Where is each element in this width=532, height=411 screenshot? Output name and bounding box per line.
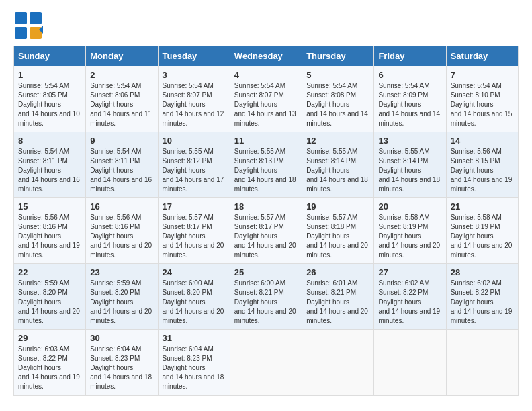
day-info: Sunrise: 5:55 AM Sunset: 8:13 PM Dayligh… (234, 147, 298, 194)
day-info: Sunrise: 5:57 AM Sunset: 8:18 PM Dayligh… (306, 213, 369, 260)
calendar-cell: 6 Sunrise: 5:54 AM Sunset: 8:09 PM Dayli… (374, 66, 446, 132)
calendar-cell: 12 Sunrise: 5:55 AM Sunset: 8:14 PM Dayl… (302, 132, 374, 198)
calendar-cell (374, 330, 446, 396)
calendar-cell: 22 Sunrise: 5:59 AM Sunset: 8:20 PM Dayl… (14, 264, 86, 330)
day-info: Sunrise: 5:54 AM Sunset: 8:11 PM Dayligh… (90, 147, 153, 194)
svg-rect-0 (15, 12, 27, 24)
calendar-week-row: 22 Sunrise: 5:59 AM Sunset: 8:20 PM Dayl… (14, 264, 519, 330)
calendar-cell: 16 Sunrise: 5:56 AM Sunset: 8:16 PM Dayl… (86, 198, 158, 264)
calendar-cell: 28 Sunrise: 6:02 AM Sunset: 8:22 PM Dayl… (446, 264, 518, 330)
day-number: 25 (234, 267, 298, 277)
day-info: Sunrise: 6:00 AM Sunset: 8:21 PM Dayligh… (234, 279, 298, 326)
calendar-cell: 10 Sunrise: 5:55 AM Sunset: 8:12 PM Dayl… (158, 132, 230, 198)
day-number: 26 (306, 267, 369, 277)
calendar-cell: 13 Sunrise: 5:55 AM Sunset: 8:14 PM Dayl… (374, 132, 446, 198)
day-info: Sunrise: 5:56 AM Sunset: 8:16 PM Dayligh… (18, 213, 81, 260)
calendar-cell: 8 Sunrise: 5:54 AM Sunset: 8:11 PM Dayli… (14, 132, 86, 198)
day-info: Sunrise: 5:57 AM Sunset: 8:17 PM Dayligh… (163, 213, 226, 260)
day-info: Sunrise: 5:54 AM Sunset: 8:08 PM Dayligh… (306, 81, 369, 128)
day-number: 19 (306, 201, 369, 212)
calendar-cell: 7 Sunrise: 5:54 AM Sunset: 8:10 PM Dayli… (446, 66, 518, 132)
day-number: 1 (18, 70, 81, 80)
day-number: 31 (163, 333, 226, 343)
day-info: Sunrise: 6:00 AM Sunset: 8:20 PM Dayligh… (163, 279, 226, 326)
calendar-table: SundayMondayTuesdayWednesdayThursdayFrid… (13, 46, 519, 396)
calendar-cell (302, 330, 374, 396)
calendar-cell: 26 Sunrise: 6:01 AM Sunset: 8:21 PM Dayl… (302, 264, 374, 330)
calendar-cell: 19 Sunrise: 5:57 AM Sunset: 8:18 PM Dayl… (302, 198, 374, 264)
day-info: Sunrise: 5:54 AM Sunset: 8:07 PM Dayligh… (163, 81, 226, 128)
calendar-cell: 4 Sunrise: 5:54 AM Sunset: 8:07 PM Dayli… (230, 66, 302, 132)
day-number: 21 (451, 201, 514, 212)
calendar-header-row: SundayMondayTuesdayWednesdayThursdayFrid… (14, 46, 519, 66)
calendar-cell: 25 Sunrise: 6:00 AM Sunset: 8:21 PM Dayl… (230, 264, 302, 330)
calendar-cell: 30 Sunrise: 6:04 AM Sunset: 8:23 PM Dayl… (86, 330, 158, 396)
day-number: 11 (234, 136, 298, 146)
day-number: 12 (306, 136, 369, 146)
day-info: Sunrise: 5:56 AM Sunset: 8:16 PM Dayligh… (90, 213, 153, 260)
day-number: 8 (18, 136, 81, 146)
day-info: Sunrise: 6:02 AM Sunset: 8:22 PM Dayligh… (378, 279, 441, 326)
calendar-cell: 23 Sunrise: 5:59 AM Sunset: 8:20 PM Dayl… (86, 264, 158, 330)
day-info: Sunrise: 5:55 AM Sunset: 8:14 PM Dayligh… (378, 147, 441, 194)
svg-rect-2 (15, 27, 27, 39)
calendar-cell: 1 Sunrise: 5:54 AM Sunset: 8:05 PM Dayli… (14, 66, 86, 132)
day-number: 7 (451, 70, 514, 80)
day-info: Sunrise: 5:54 AM Sunset: 8:10 PM Dayligh… (451, 81, 514, 128)
calendar-week-row: 1 Sunrise: 5:54 AM Sunset: 8:05 PM Dayli… (14, 66, 519, 132)
day-info: Sunrise: 6:02 AM Sunset: 8:22 PM Dayligh… (451, 279, 514, 326)
calendar-cell: 24 Sunrise: 6:00 AM Sunset: 8:20 PM Dayl… (158, 264, 230, 330)
header-tuesday: Tuesday (158, 46, 230, 66)
day-info: Sunrise: 5:54 AM Sunset: 8:09 PM Dayligh… (378, 81, 441, 128)
calendar-cell: 11 Sunrise: 5:55 AM Sunset: 8:13 PM Dayl… (230, 132, 302, 198)
day-info: Sunrise: 5:54 AM Sunset: 8:07 PM Dayligh… (234, 81, 298, 128)
day-number: 6 (378, 70, 441, 80)
day-number: 22 (18, 267, 81, 277)
calendar-week-row: 29 Sunrise: 6:03 AM Sunset: 8:22 PM Dayl… (14, 330, 519, 396)
day-number: 23 (90, 267, 153, 277)
day-number: 14 (451, 136, 514, 146)
header-thursday: Thursday (302, 46, 374, 66)
day-number: 29 (18, 333, 81, 343)
calendar-cell: 15 Sunrise: 5:56 AM Sunset: 8:16 PM Dayl… (14, 198, 86, 264)
calendar-week-row: 8 Sunrise: 5:54 AM Sunset: 8:11 PM Dayli… (14, 132, 519, 198)
day-info: Sunrise: 5:56 AM Sunset: 8:15 PM Dayligh… (451, 147, 514, 194)
calendar-cell: 29 Sunrise: 6:03 AM Sunset: 8:22 PM Dayl… (14, 330, 86, 396)
header-saturday: Saturday (446, 46, 518, 66)
calendar-cell (230, 330, 302, 396)
day-number: 17 (163, 201, 226, 212)
day-number: 9 (90, 136, 153, 146)
day-info: Sunrise: 5:54 AM Sunset: 8:11 PM Dayligh… (18, 147, 81, 194)
day-info: Sunrise: 5:57 AM Sunset: 8:17 PM Dayligh… (234, 213, 298, 260)
header-sunday: Sunday (14, 46, 86, 66)
calendar-cell: 5 Sunrise: 5:54 AM Sunset: 8:08 PM Dayli… (302, 66, 374, 132)
day-number: 4 (234, 70, 298, 80)
calendar-week-row: 15 Sunrise: 5:56 AM Sunset: 8:16 PM Dayl… (14, 198, 519, 264)
calendar-cell: 18 Sunrise: 5:57 AM Sunset: 8:17 PM Dayl… (230, 198, 302, 264)
day-info: Sunrise: 5:54 AM Sunset: 8:06 PM Dayligh… (90, 81, 153, 128)
day-number: 30 (90, 333, 153, 343)
calendar-cell: 27 Sunrise: 6:02 AM Sunset: 8:22 PM Dayl… (374, 264, 446, 330)
calendar-cell: 3 Sunrise: 5:54 AM Sunset: 8:07 PM Dayli… (158, 66, 230, 132)
day-number: 28 (451, 267, 514, 277)
header-wednesday: Wednesday (230, 46, 302, 66)
day-number: 20 (378, 201, 441, 212)
day-number: 27 (378, 267, 441, 277)
day-info: Sunrise: 5:59 AM Sunset: 8:20 PM Dayligh… (90, 279, 153, 326)
day-info: Sunrise: 6:04 AM Sunset: 8:23 PM Dayligh… (163, 345, 226, 392)
calendar-cell: 17 Sunrise: 5:57 AM Sunset: 8:17 PM Dayl… (158, 198, 230, 264)
svg-rect-1 (30, 12, 42, 24)
header-friday: Friday (374, 46, 446, 66)
day-number: 13 (378, 136, 441, 146)
day-info: Sunrise: 5:59 AM Sunset: 8:20 PM Dayligh… (18, 279, 81, 326)
day-number: 18 (234, 201, 298, 212)
day-number: 2 (90, 70, 153, 80)
logo (13, 11, 46, 40)
header-monday: Monday (86, 46, 158, 66)
day-number: 10 (163, 136, 226, 146)
calendar-cell: 21 Sunrise: 5:58 AM Sunset: 8:19 PM Dayl… (446, 198, 518, 264)
day-info: Sunrise: 5:58 AM Sunset: 8:19 PM Dayligh… (451, 213, 514, 260)
calendar-cell: 14 Sunrise: 5:56 AM Sunset: 8:15 PM Dayl… (446, 132, 518, 198)
calendar-cell: 2 Sunrise: 5:54 AM Sunset: 8:06 PM Dayli… (86, 66, 158, 132)
page-header (13, 11, 519, 40)
